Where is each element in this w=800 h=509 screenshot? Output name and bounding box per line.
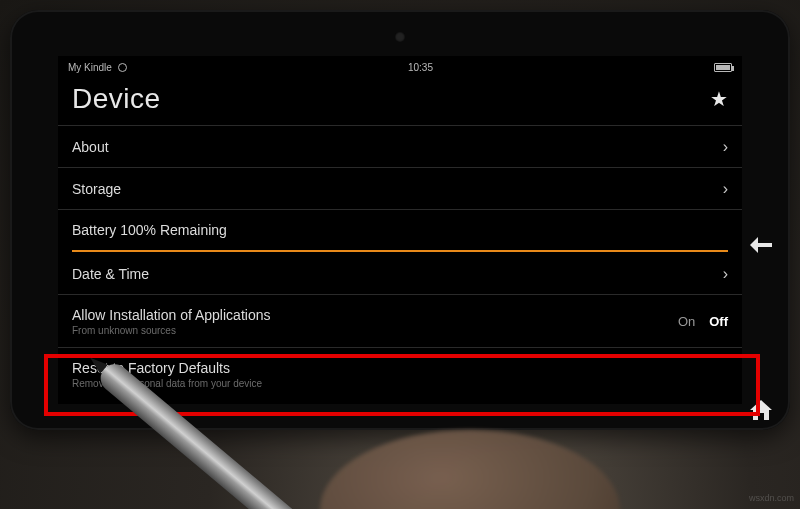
battery-progress-bar: [72, 250, 728, 252]
row-storage[interactable]: Storage ›: [58, 168, 742, 210]
row-sublabel: Remove all personal data from your devic…: [72, 378, 262, 389]
tablet-frame: My Kindle 10:35 Device ★ About › Storage…: [10, 10, 790, 430]
row-allow-installation[interactable]: Allow Installation of Applications From …: [58, 295, 742, 348]
home-icon[interactable]: [750, 400, 772, 426]
title-row: Device ★: [58, 77, 742, 125]
gear-icon[interactable]: [118, 63, 127, 72]
row-label: Reset to Factory Defaults: [72, 360, 262, 376]
front-camera: [395, 32, 405, 42]
chevron-right-icon: ›: [723, 265, 728, 283]
row-date-time[interactable]: Date & Time ›: [58, 253, 742, 295]
on-off-toggle[interactable]: On Off: [678, 314, 728, 329]
row-label: Storage: [72, 181, 121, 197]
toggle-on[interactable]: On: [678, 314, 695, 329]
chevron-right-icon: ›: [723, 180, 728, 198]
watermark: wsxdn.com: [749, 493, 794, 503]
status-title[interactable]: My Kindle: [68, 62, 112, 73]
row-label: Allow Installation of Applications: [72, 307, 270, 323]
row-reset-factory[interactable]: Reset to Factory Defaults Remove all per…: [58, 348, 742, 400]
toggle-off[interactable]: Off: [709, 314, 728, 329]
row-label: Battery 100% Remaining: [72, 222, 227, 238]
status-time: 10:35: [408, 62, 433, 73]
battery-icon: [714, 63, 732, 72]
hand-overlay: [320, 430, 620, 509]
row-label: About: [72, 139, 109, 155]
row-sublabel: From unknown sources: [72, 325, 270, 336]
favorite-star-icon[interactable]: ★: [710, 87, 728, 111]
settings-list: About › Storage › Battery 100% Remaining…: [58, 125, 742, 400]
row-about[interactable]: About ›: [58, 125, 742, 168]
back-arrow-icon[interactable]: [750, 236, 772, 258]
screen: My Kindle 10:35 Device ★ About › Storage…: [58, 56, 742, 404]
row-battery[interactable]: Battery 100% Remaining: [58, 210, 742, 253]
page-title: Device: [72, 83, 161, 115]
row-label: Date & Time: [72, 266, 149, 282]
status-bar: My Kindle 10:35: [58, 56, 742, 77]
chevron-right-icon: ›: [723, 138, 728, 156]
